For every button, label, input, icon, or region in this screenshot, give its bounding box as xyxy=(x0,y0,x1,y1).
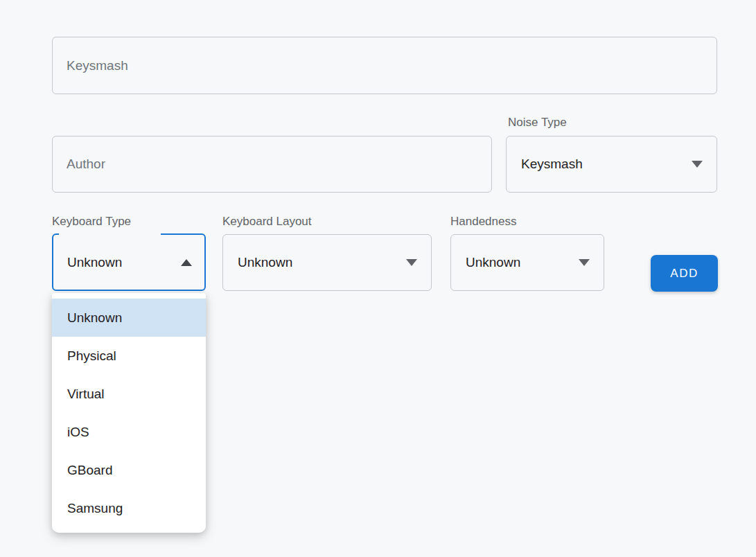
keyboard-layout-value: Unknown xyxy=(238,255,406,270)
menu-item-virtual[interactable]: Virtual xyxy=(52,375,206,413)
name-input[interactable] xyxy=(52,37,717,94)
noise-type-label: Noise Type xyxy=(508,116,567,130)
keyboard-layout-label: Keyboard Layout xyxy=(222,215,312,229)
handedness-select[interactable]: Unknown xyxy=(450,234,604,291)
noise-type-select[interactable]: Keysmash xyxy=(506,136,717,193)
chevron-down-icon xyxy=(406,259,417,266)
keyboard-type-label: Keyboard Type xyxy=(52,215,131,229)
menu-item-gboard[interactable]: GBoard xyxy=(52,451,206,489)
menu-item-samsung[interactable]: Samsung xyxy=(52,489,206,527)
chevron-down-icon xyxy=(579,259,590,266)
author-input[interactable] xyxy=(52,136,492,193)
handedness-label: Handedness xyxy=(450,215,516,229)
keyboard-type-menu: Unknown Physical Virtual iOS GBoard Sams… xyxy=(52,293,206,533)
menu-item-ios[interactable]: iOS xyxy=(52,413,206,451)
noise-type-value: Keysmash xyxy=(521,157,692,172)
add-button[interactable]: ADD xyxy=(651,255,718,292)
keyboard-type-select[interactable]: Unknown xyxy=(52,233,206,291)
outline-label-notch xyxy=(59,233,161,235)
keyboard-layout-select[interactable]: Unknown xyxy=(222,234,432,291)
keyboard-type-value: Unknown xyxy=(67,255,181,270)
chevron-down-icon xyxy=(692,161,703,168)
chevron-up-icon xyxy=(181,259,192,266)
handedness-value: Unknown xyxy=(466,255,579,270)
menu-item-unknown[interactable]: Unknown xyxy=(52,299,206,337)
menu-item-physical[interactable]: Physical xyxy=(52,337,206,375)
